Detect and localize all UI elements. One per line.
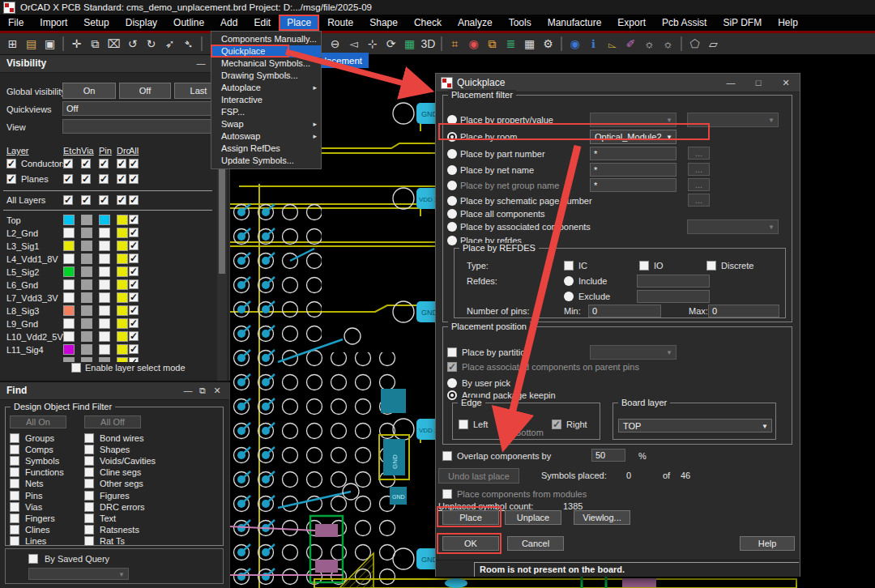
- all-on-button[interactable]: All On: [10, 415, 66, 428]
- planes-drc-checkbox[interactable]: [117, 174, 126, 184]
- layer-pin-swatch[interactable]: [99, 254, 110, 264]
- layer-all-checkbox[interactable]: [129, 331, 139, 341]
- edge-top-checkbox[interactable]: [501, 411, 510, 421]
- layer-drc-swatch[interactable]: [117, 254, 128, 264]
- part-number-field[interactable]: *: [590, 147, 677, 160]
- menu-item[interactable]: Outline: [165, 15, 212, 31]
- menu-item[interactable]: Export: [609, 15, 654, 31]
- layer-etch-swatch[interactable]: [63, 279, 75, 290]
- partition-dropdown[interactable]: [590, 345, 677, 360]
- find-filter-checkbox[interactable]: [10, 536, 19, 546]
- edge-left-checkbox[interactable]: [459, 420, 468, 429]
- find-filter-checkbox[interactable]: [84, 502, 94, 512]
- property-dropdown[interactable]: [590, 113, 677, 127]
- zoom-fit-icon[interactable]: ⊹: [364, 36, 381, 53]
- type-ic-checkbox[interactable]: [564, 261, 574, 271]
- edge-right-checkbox[interactable]: [552, 420, 561, 429]
- layer-all-checkbox[interactable]: [129, 254, 139, 263]
- layer-via-swatch[interactable]: [81, 357, 92, 362]
- visibility-off-button[interactable]: Off: [119, 83, 171, 99]
- value-dropdown[interactable]: [687, 113, 779, 127]
- layer-drc-swatch[interactable]: [117, 215, 128, 225]
- planes-all-checkbox[interactable]: [129, 174, 139, 184]
- brightness-off-icon[interactable]: ☼: [659, 36, 677, 53]
- layer-pin-swatch[interactable]: [99, 215, 110, 225]
- all-layers-via-checkbox[interactable]: [81, 195, 91, 205]
- saved-query-dropdown[interactable]: [28, 568, 129, 580]
- find-filter-checkbox[interactable]: [10, 525, 19, 535]
- palette-icon[interactable]: ✐: [622, 36, 639, 53]
- type-io-checkbox[interactable]: [639, 261, 649, 271]
- layer-drc-swatch[interactable]: [117, 318, 128, 329]
- info-doc-icon[interactable]: ℹ: [585, 36, 602, 53]
- layer-etch-swatch[interactable]: [63, 318, 75, 329]
- refdes-include-radio[interactable]: [564, 276, 574, 286]
- layer-pin-swatch[interactable]: [99, 305, 110, 316]
- layer-pin-swatch[interactable]: [99, 331, 110, 342]
- parent-pins-checkbox[interactable]: [447, 362, 457, 372]
- modules-checkbox[interactable]: [442, 489, 452, 499]
- layer-etch-swatch[interactable]: [63, 357, 75, 362]
- conductors-via-checkbox[interactable]: [81, 159, 91, 168]
- menu-item[interactable]: Manufacture: [540, 15, 610, 31]
- stackup-icon[interactable]: ≣: [502, 36, 519, 53]
- min-pins-field[interactable]: 0: [588, 305, 661, 317]
- layer-etch-swatch[interactable]: [63, 344, 75, 355]
- layer-drc-swatch[interactable]: [117, 305, 128, 316]
- place-menu-item[interactable]: Quickplace ▸: [211, 45, 321, 58]
- layer-drc-swatch[interactable]: [117, 292, 128, 303]
- layer-via-swatch[interactable]: [81, 318, 92, 329]
- layer-drc-swatch[interactable]: [117, 279, 128, 290]
- place-menu-item[interactable]: Assign RefDes ▸: [211, 143, 321, 155]
- find-filter-checkbox[interactable]: [10, 513, 19, 523]
- layer-etch-swatch[interactable]: [63, 228, 75, 238]
- menu-item[interactable]: SiP DFM: [715, 15, 770, 31]
- place-by-partition-checkbox[interactable]: [447, 347, 457, 357]
- menu-item[interactable]: Help: [770, 15, 806, 31]
- move-icon[interactable]: ✛: [68, 36, 85, 53]
- find-filter-checkbox[interactable]: [84, 479, 94, 488]
- find-filter-checkbox[interactable]: [10, 467, 19, 477]
- close-icon[interactable]: ✕: [211, 385, 223, 396]
- menu-item[interactable]: Add: [212, 15, 245, 31]
- planes-checkbox[interactable]: [6, 174, 16, 184]
- place-menu-item[interactable]: Autoswap ▸: [211, 130, 321, 143]
- layer-pin-swatch[interactable]: [99, 228, 110, 238]
- menu-item[interactable]: Tools: [501, 15, 540, 31]
- gear-doc-icon[interactable]: ⚙: [540, 36, 557, 53]
- menu-item[interactable]: Check: [406, 15, 450, 31]
- all-layers-pin-checkbox[interactable]: [99, 195, 109, 205]
- scrollbar-thumb[interactable]: [219, 152, 225, 274]
- separator[interactable]: [681, 36, 682, 51]
- layer-all-checkbox[interactable]: [129, 215, 139, 224]
- menu-item[interactable]: Display: [117, 15, 165, 31]
- find-filter-checkbox[interactable]: [84, 525, 94, 535]
- place-by-refdes-radio[interactable]: [447, 236, 457, 245]
- place-by-room-radio[interactable]: [447, 132, 457, 142]
- cancel-button[interactable]: Cancel: [507, 536, 564, 551]
- layer-pin-swatch[interactable]: [99, 344, 110, 355]
- layer-etch-swatch[interactable]: [63, 292, 75, 303]
- place-by-associated-radio[interactable]: [447, 222, 457, 232]
- quickviews-field[interactable]: Off: [62, 101, 213, 116]
- net-name-browse-button[interactable]: ...: [688, 163, 710, 176]
- find-filter-checkbox[interactable]: [84, 536, 94, 546]
- all-layers-drc-checkbox[interactable]: [117, 195, 126, 205]
- conductors-checkbox[interactable]: [6, 159, 16, 168]
- pin-icon[interactable]: ➶: [161, 36, 178, 53]
- find-filter-checkbox[interactable]: [10, 479, 19, 488]
- help-button[interactable]: Help: [740, 536, 795, 551]
- refdes-exclude-radio[interactable]: [564, 292, 574, 301]
- layer-via-swatch[interactable]: [81, 344, 92, 355]
- find-filter-checkbox[interactable]: [10, 456, 19, 466]
- layer-via-swatch[interactable]: [81, 228, 92, 238]
- place-menu-item[interactable]: Drawing Symbols... ▸: [211, 70, 321, 82]
- undo-icon[interactable]: ↺: [124, 36, 141, 53]
- layer-via-swatch[interactable]: [81, 241, 92, 251]
- by-user-pick-radio[interactable]: [447, 378, 457, 388]
- find-filter-checkbox[interactable]: [84, 445, 94, 454]
- place-by-property-radio[interactable]: [447, 115, 457, 125]
- layer-etch-swatch[interactable]: [63, 331, 75, 342]
- find-filter-checkbox[interactable]: [10, 433, 19, 443]
- new-drawing-icon[interactable]: ⊞: [4, 36, 21, 53]
